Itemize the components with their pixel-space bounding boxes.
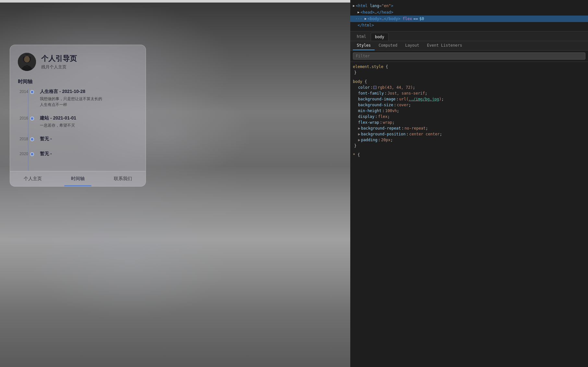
css-selector: body { (353, 79, 585, 84)
timeline-item: 2016 建站 - 2021-01-01 一息若存，希望不灭 (18, 115, 138, 128)
css-prop-value: 100vh (385, 108, 397, 114)
css-prop-name: background-size (358, 102, 393, 108)
devtools-dom-tabs: html body (350, 31, 588, 41)
css-prop-name: background-repeat (361, 125, 401, 131)
css-rules: element.style { } body { color : rgb(43,… (350, 62, 588, 164)
browser-toolbar (0, 0, 350, 3)
timeline-content: 暂无 - (36, 136, 138, 143)
devtools-panel: ▶ <html lang = "en" > ▶ <head> … </head>… (350, 0, 588, 367)
timeline-dot (30, 90, 34, 94)
timeline-dot-wrapper (28, 89, 36, 108)
inner-tabs: Styles Computed Layout Event Listeners (350, 41, 588, 51)
css-close-brace: } (353, 143, 585, 149)
dom-line[interactable]: ▶ <html lang = "en" > (350, 3, 588, 9)
timeline-item: 2014 人生格言 - 2021-10-28 我想做的事，只是想让这不算太长的人… (18, 89, 138, 108)
timeline-event-title: 暂无 - (40, 136, 138, 142)
dom-dots: ··· (355, 16, 362, 22)
tab-html[interactable]: html (353, 33, 370, 41)
css-property-bg-position: ▶ background-position : center center ; (353, 131, 585, 137)
css-prop-name: font-family (358, 90, 384, 96)
timeline-item: 2018 暂无 - (18, 136, 138, 143)
timeline-event-title: 暂无 - (40, 151, 138, 157)
dom-panel: ▶ <html lang = "en" > ▶ <head> … </head>… (350, 0, 588, 31)
expand-icon[interactable]: ▶ (358, 137, 360, 143)
dom-line-selected[interactable]: ··· ▶ <body> … </body> flex == $0 (350, 16, 588, 22)
css-property-bg-size: background-size : cover ; (353, 102, 585, 108)
tab-timeline[interactable]: 时间轴 (55, 171, 100, 186)
dom-body-close: </body> (384, 16, 401, 22)
css-close-brace: } (353, 70, 585, 75)
css-prop-value: center center (409, 131, 440, 137)
css-selector-text: * (353, 153, 357, 157)
dom-lang-value: "en" (382, 3, 391, 9)
css-prop-name: padding (361, 137, 378, 143)
css-prop-value: no-repeat (404, 125, 426, 131)
personal-card: 个人引导页 残月个人主页 时间轴 2014 人生格言 - 2021-10-28 (10, 45, 146, 187)
tab-event-listeners[interactable]: Event Listeners (423, 41, 466, 50)
css-bg-url[interactable]: ../img/bg.jpg (409, 96, 439, 102)
timeline-event-desc: 我想做的事，只是想让这不算太长的人生有点不一样 (40, 96, 138, 108)
tab-computed[interactable]: Computed (375, 41, 401, 50)
dom-equal: == (414, 16, 418, 22)
dom-line: </html> (350, 22, 588, 29)
css-property-flex-wrap: flex-wrap : wrap ; (353, 120, 585, 125)
expand-icon[interactable]: ▶ (357, 9, 359, 15)
tab-personal-home[interactable]: 个人主页 (10, 171, 55, 186)
expand-icon[interactable]: ▶ (365, 16, 366, 22)
css-prop-name: min-height (358, 108, 381, 114)
timeline-dot (30, 152, 34, 156)
dom-line[interactable]: ▶ <head> … </head> (350, 9, 588, 16)
css-selector: element.style { (353, 64, 585, 69)
tab-body[interactable]: body (371, 33, 389, 41)
card-header: 个人引导页 残月个人主页 (10, 45, 146, 76)
css-property-font-family: font-family : Jost, sans-serif ; (353, 90, 585, 96)
expand-icon[interactable]: ▶ (353, 3, 355, 9)
dom-ellipsis: … (375, 9, 377, 15)
tab-styles[interactable]: Styles (353, 41, 375, 50)
timeline-dot (30, 137, 34, 141)
css-selector-text: element.style (353, 64, 386, 69)
svg-point-2 (24, 56, 30, 63)
color-swatch[interactable] (373, 86, 377, 89)
tab-layout[interactable]: Layout (401, 41, 423, 50)
timeline-year: 2016 (18, 115, 28, 128)
expand-icon[interactable]: ▶ (358, 125, 360, 131)
css-prop-name: color (358, 85, 370, 90)
css-rule-element-style: element.style { } (353, 64, 585, 75)
css-property-padding: ▶ padding : 20px ; (353, 137, 585, 143)
timeline-dot (30, 117, 34, 120)
css-property-bg-image: background-image : url(../img/bg.jpg) ; (353, 96, 585, 102)
dom-dollar: $0 (419, 16, 424, 22)
css-prop-value: wrap (383, 120, 392, 125)
timeline-dot-wrapper (28, 151, 36, 158)
timeline-event-desc: 一息若存，希望不灭 (40, 122, 138, 128)
webpage-background: 个人引导页 残月个人主页 时间轴 2014 人生格言 - 2021-10-28 (0, 3, 350, 367)
css-rule-body: body { color : rgb(43, 44, 72) ; font-fa… (353, 79, 585, 149)
timeline-content: 建站 - 2021-01-01 一息若存，希望不灭 (36, 115, 138, 128)
filter-input[interactable] (353, 52, 585, 60)
css-property-bg-repeat: ▶ background-repeat : no-repeat ; (353, 125, 585, 131)
timeline-year: 2014 (18, 89, 28, 108)
dom-tag-close: > (391, 3, 393, 9)
section-label: 时间轴 (10, 76, 146, 89)
css-prop-name: display (358, 114, 375, 120)
css-prop-value: cover (397, 102, 409, 108)
filter-row (350, 51, 588, 62)
css-prop-name: background-image (358, 96, 396, 102)
css-rule-star: * { (353, 153, 585, 157)
css-prop-value: flex (378, 114, 388, 120)
dom-ellipsis: … (382, 16, 384, 22)
expand-icon[interactable]: ▶ (358, 131, 360, 137)
dom-head-close: </head> (377, 9, 393, 15)
css-property-min-height: min-height : 100vh ; (353, 108, 585, 114)
timeline-year: 2018 (18, 136, 28, 143)
css-prop-value: 20px (381, 137, 390, 143)
css-prop-value: Jost, sans-serif (388, 90, 425, 96)
card-nav: 个人主页 时间轴 联系我们 (10, 171, 146, 186)
css-prop-value: rgb(43, 44, 72) (373, 85, 413, 90)
dom-body-tag: <body> (367, 16, 381, 22)
css-prop-value: url( (399, 96, 409, 102)
tab-contact[interactable]: 联系我们 (101, 171, 146, 186)
timeline-content: 人生格言 - 2021-10-28 我想做的事，只是想让这不算太长的人生有点不一… (36, 89, 138, 108)
card-title: 个人引导页 (41, 54, 77, 63)
